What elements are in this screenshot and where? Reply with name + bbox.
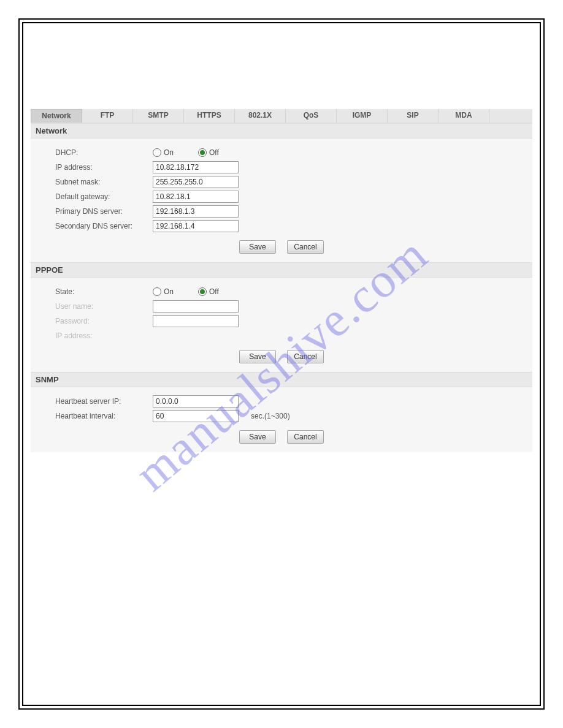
pppoe-off-option[interactable]: Off <box>198 287 219 296</box>
tab-bar: Network FTP SMTP HTTPS 802.1X QoS IGMP S… <box>31 109 532 123</box>
input-dns2[interactable] <box>153 220 239 232</box>
tab-qos[interactable]: QoS <box>286 109 337 123</box>
section-body-network: DHCP: On Off IP address: <box>31 138 532 262</box>
radio-label-pppoe-off: Off <box>209 287 219 296</box>
radio-dhcp-on[interactable] <box>153 148 161 157</box>
tab-network[interactable]: Network <box>31 109 82 123</box>
tab-igmp[interactable]: IGMP <box>337 109 388 123</box>
radio-dhcp-off[interactable] <box>198 148 207 157</box>
label-gateway: Default gateway: <box>55 192 153 201</box>
section-header-pppoe: PPPOE <box>31 262 532 278</box>
section-body-snmp: Heartbeat server IP: Heartbeat interval:… <box>31 387 532 452</box>
pppoe-save-button[interactable]: Save <box>239 350 276 363</box>
section-header-network: Network <box>31 123 532 138</box>
input-snmp-server[interactable] <box>153 395 239 408</box>
tab-mda[interactable]: MDA <box>439 109 489 123</box>
radio-pppoe-on[interactable] <box>153 287 161 296</box>
label-snmp-interval: Heartbeat interval: <box>55 412 153 420</box>
dhcp-on-option[interactable]: On <box>153 148 174 157</box>
tab-ftp[interactable]: FTP <box>82 109 133 123</box>
label-dhcp: DHCP: <box>55 148 153 157</box>
label-pppoe-ip: IP address: <box>55 332 153 340</box>
input-pppoe-pass[interactable] <box>153 315 239 327</box>
input-gateway[interactable] <box>153 191 239 203</box>
input-ip[interactable] <box>153 161 239 173</box>
label-pppoe-pass: Password: <box>55 317 153 325</box>
label-dns1: Primary DNS server: <box>55 207 153 216</box>
input-snmp-interval[interactable] <box>153 410 239 422</box>
section-header-snmp: SNMP <box>31 372 532 387</box>
page: manualshive.com Network FTP SMTP HTTPS 8… <box>0 0 563 728</box>
radio-label-pppoe-on: On <box>164 287 174 296</box>
dhcp-off-option[interactable]: Off <box>198 148 219 157</box>
label-ip: IP address: <box>55 163 153 172</box>
input-dns1[interactable] <box>153 205 239 218</box>
snmp-interval-suffix: sec.(1~300) <box>251 412 290 420</box>
tab-https[interactable]: HTTPS <box>184 109 235 123</box>
pppoe-on-option[interactable]: On <box>153 287 174 296</box>
tab-smtp[interactable]: SMTP <box>133 109 184 123</box>
radio-pppoe-off[interactable] <box>198 287 207 296</box>
pppoe-cancel-button[interactable]: Cancel <box>287 350 324 363</box>
tab-8021x[interactable]: 802.1X <box>235 109 286 123</box>
frame-inner: manualshive.com Network FTP SMTP HTTPS 8… <box>22 22 541 706</box>
label-pppoe-state: State: <box>55 287 153 296</box>
section-body-pppoe: State: On Off User name: <box>31 278 532 372</box>
tab-sip[interactable]: SIP <box>388 109 439 123</box>
radio-label-dhcp-off: Off <box>209 148 219 157</box>
network-save-button[interactable]: Save <box>239 240 276 254</box>
snmp-save-button[interactable]: Save <box>239 430 276 444</box>
frame-outer: manualshive.com Network FTP SMTP HTTPS 8… <box>18 18 545 710</box>
label-pppoe-user: User name: <box>55 302 153 311</box>
label-dns2: Secondary DNS server: <box>55 222 153 230</box>
label-subnet: Subnet mask: <box>55 178 153 186</box>
input-pppoe-user[interactable] <box>153 300 239 313</box>
snmp-cancel-button[interactable]: Cancel <box>287 430 324 444</box>
label-snmp-server: Heartbeat server IP: <box>55 397 153 406</box>
input-subnet[interactable] <box>153 176 239 188</box>
radio-label-dhcp-on: On <box>164 148 174 157</box>
network-cancel-button[interactable]: Cancel <box>287 240 324 254</box>
